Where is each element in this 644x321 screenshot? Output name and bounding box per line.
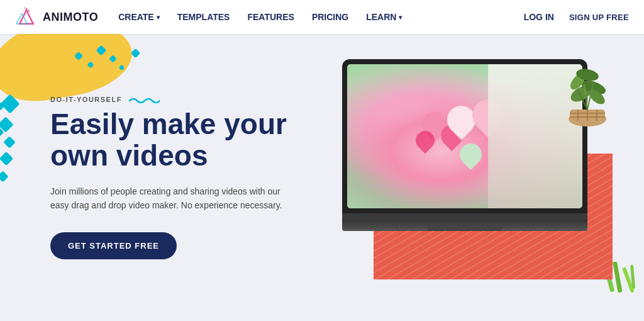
get-started-button[interactable]: GET STARTED FREE bbox=[50, 232, 177, 259]
svg-rect-21 bbox=[613, 262, 623, 293]
login-link[interactable]: LOG IN bbox=[524, 12, 554, 22]
nav-learn[interactable]: LEARN ▾ bbox=[366, 12, 402, 22]
svg-point-2 bbox=[26, 8, 28, 10]
learn-chevron-icon: ▾ bbox=[399, 14, 402, 21]
create-chevron-icon: ▾ bbox=[157, 14, 160, 21]
laptop-keyboard bbox=[342, 213, 587, 220]
logo[interactable]: ANIMOTO bbox=[15, 6, 98, 28]
nav-templates[interactable]: TEMPLATES bbox=[177, 12, 230, 22]
signup-link[interactable]: SIGN UP FREE bbox=[569, 13, 629, 22]
nav-right: LOG IN SIGN UP FREE bbox=[524, 12, 629, 22]
laptop-screen-inner bbox=[347, 64, 582, 208]
plant-decoration bbox=[562, 53, 613, 128]
hero-description: Join millions of people creating and sha… bbox=[50, 184, 289, 213]
hero-image-container bbox=[330, 47, 606, 286]
nav-pricing[interactable]: PRICING bbox=[312, 12, 348, 22]
hero-label: DO-IT-YOURSELF bbox=[50, 96, 289, 103]
svg-point-4 bbox=[24, 8, 25, 9]
squiggle-decoration bbox=[128, 96, 160, 103]
laptop-base bbox=[342, 220, 587, 231]
logo-text: ANIMOTO bbox=[43, 11, 98, 24]
logo-icon bbox=[15, 6, 38, 28]
nav-features[interactable]: FEATURES bbox=[247, 12, 294, 22]
nav-create[interactable]: CREATE ▾ bbox=[118, 12, 160, 22]
navbar: ANIMOTO CREATE ▾ TEMPLATES FEATURES PRIC… bbox=[0, 0, 644, 34]
laptop-mockup bbox=[342, 59, 587, 235]
svg-point-3 bbox=[28, 10, 30, 12]
hero-section: DO-IT-YOURSELF Easily make your own vide… bbox=[0, 34, 644, 321]
nav-links: CREATE ▾ TEMPLATES FEATURES PRICING LEAR… bbox=[118, 12, 523, 22]
hero-content: DO-IT-YOURSELF Easily make your own vide… bbox=[50, 96, 289, 260]
plant-icon bbox=[562, 53, 613, 135]
hero-title: Easily make your own videos bbox=[50, 108, 289, 172]
laptop-screen-outer bbox=[342, 59, 587, 213]
